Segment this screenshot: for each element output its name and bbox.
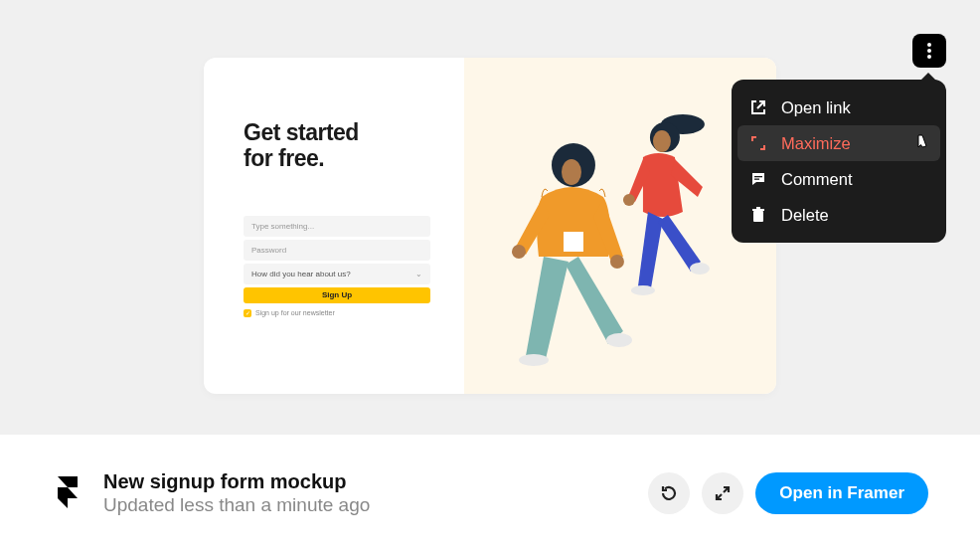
svg-point-2 [653, 130, 671, 152]
mockup-card: Get started for free. Type something... … [204, 58, 776, 394]
svg-rect-16 [754, 179, 759, 180]
heading-line2: for free. [244, 145, 324, 171]
more-options-button[interactable] [912, 34, 946, 68]
text-input-placeholder: Type something... [251, 222, 314, 231]
signup-label: Sign Up [322, 290, 352, 299]
document-subtitle: Updated less than a minute ago [103, 494, 648, 516]
cursor-pointer-icon [912, 133, 930, 155]
open-in-framer-button[interactable]: Open in Framer [755, 472, 928, 514]
expand-button[interactable] [702, 472, 743, 514]
password-input-placeholder: Password [251, 246, 286, 255]
svg-point-14 [927, 55, 931, 59]
open-link-icon [749, 99, 767, 115]
svg-point-10 [519, 354, 549, 366]
mockup-heading: Get started for free. [244, 119, 430, 172]
preview-canvas: Get started for free. Type something... … [0, 0, 980, 435]
footer-actions: Open in Framer [648, 472, 928, 514]
source-select[interactable]: How did you hear about us? ⌄ [244, 264, 430, 284]
heading-line1: Get started [244, 119, 359, 145]
menu-item-label: Delete [781, 206, 829, 225]
menu-item-label: Comment [781, 170, 853, 189]
framer-logo-icon [52, 476, 83, 508]
signup-button[interactable]: Sign Up [244, 287, 430, 303]
delete-icon [749, 207, 767, 223]
text-input[interactable]: Type something... [244, 216, 430, 237]
svg-point-11 [606, 333, 632, 347]
svg-point-12 [927, 43, 931, 47]
chevron-down-icon: ⌄ [415, 270, 422, 278]
walking-people-illustration [464, 58, 776, 394]
newsletter-checkbox-row[interactable]: ✓ Sign up for our newsletter [244, 309, 430, 317]
primary-label: Open in Framer [779, 483, 904, 503]
checkbox-checked-icon: ✓ [244, 309, 251, 317]
mockup-illustration-panel [464, 58, 776, 394]
kebab-icon [927, 43, 931, 59]
context-menu: Open link Maximize Comment [732, 80, 946, 243]
svg-rect-19 [756, 207, 760, 209]
svg-point-3 [623, 194, 635, 206]
comment-icon [749, 171, 767, 187]
expand-icon [715, 485, 731, 501]
menu-item-comment[interactable]: Comment [737, 161, 940, 197]
menu-item-maximize[interactable]: Maximize [737, 125, 940, 161]
footer-text: New signup form mockup Updated less than… [103, 470, 648, 516]
svg-rect-18 [752, 209, 764, 211]
menu-item-open-link[interactable]: Open link [737, 90, 940, 125]
password-input[interactable]: Password [244, 240, 430, 261]
svg-point-7 [562, 159, 581, 185]
maximize-icon [749, 135, 767, 151]
newsletter-label: Sign up for our newsletter [255, 309, 335, 316]
footer-bar: New signup form mockup Updated less than… [0, 435, 980, 552]
svg-point-4 [631, 285, 655, 295]
menu-item-label: Maximize [781, 134, 851, 153]
svg-point-8 [512, 245, 526, 259]
menu-item-delete[interactable]: Delete [737, 197, 940, 233]
svg-point-5 [690, 263, 710, 275]
document-title: New signup form mockup [103, 470, 648, 493]
svg-rect-17 [753, 211, 763, 222]
refresh-icon [660, 484, 678, 502]
svg-point-13 [927, 49, 931, 53]
select-label: How did you hear about us? [251, 270, 351, 278]
svg-point-9 [610, 255, 624, 269]
refresh-button[interactable] [648, 472, 690, 514]
svg-rect-15 [754, 176, 762, 177]
mockup-form-panel: Get started for free. Type something... … [204, 58, 464, 394]
menu-item-label: Open link [781, 98, 851, 117]
